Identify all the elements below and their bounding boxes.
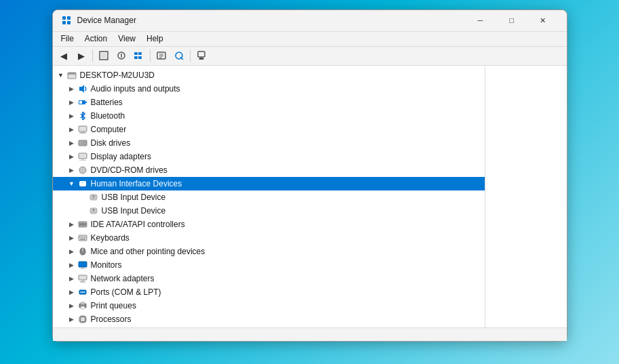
svg-rect-3 xyxy=(67,21,71,24)
computer-label: Computer xyxy=(91,125,127,134)
display-expand-icon[interactable]: ▶ xyxy=(66,151,77,162)
mice-expand-icon[interactable]: ▶ xyxy=(66,246,77,257)
tree-item-usb1[interactable]: ▶ USB Input Device xyxy=(53,190,485,204)
status-bar xyxy=(53,327,567,341)
network-expand-icon[interactable]: ▶ xyxy=(66,273,77,284)
disk-expand-icon[interactable]: ▶ xyxy=(66,138,77,148)
svg-rect-54 xyxy=(85,237,86,238)
svg-point-38 xyxy=(82,169,83,171)
toolbar-btn-4[interactable] xyxy=(153,48,169,63)
menu-view[interactable]: View xyxy=(113,33,141,45)
menu-action[interactable]: Action xyxy=(79,33,113,45)
root-label: DESKTOP-M2UU3D xyxy=(80,70,155,80)
tree-item-disk[interactable]: ▶ Disk drives xyxy=(53,136,485,150)
svg-rect-9 xyxy=(138,52,142,55)
usb2-icon xyxy=(88,205,99,216)
disk-icon xyxy=(77,138,88,148)
tree-item-print[interactable]: ▶ Print queues xyxy=(53,299,485,312)
ide-icon xyxy=(77,219,88,230)
print-expand-icon[interactable]: ▶ xyxy=(66,300,77,311)
processors-icon xyxy=(77,314,88,325)
toolbar-btn-3[interactable] xyxy=(131,48,147,63)
computer-expand-icon[interactable]: ▶ xyxy=(66,124,77,135)
tree-item-display[interactable]: ▶ Display adapters xyxy=(53,150,485,163)
ide-label: IDE ATA/ATAPI controllers xyxy=(91,220,185,229)
tree-item-audio[interactable]: ▶ Audio inputs and outputs xyxy=(53,82,485,96)
toolbar-separator-1 xyxy=(92,49,93,62)
tree-item-monitors[interactable]: ▶ Monitors xyxy=(53,258,485,272)
network-label: Network adapters xyxy=(91,274,155,283)
svg-point-46 xyxy=(92,209,94,211)
menu-help[interactable]: Help xyxy=(141,33,169,45)
svg-rect-70 xyxy=(81,306,85,309)
toolbar-separator-3 xyxy=(190,49,191,62)
svg-point-65 xyxy=(80,291,81,293)
tree-item-computer[interactable]: ▶ Computer xyxy=(53,123,485,136)
svg-point-67 xyxy=(83,291,85,293)
batteries-expand-icon[interactable]: ▶ xyxy=(66,97,77,108)
tree-item-batteries[interactable]: ▶ Batteries xyxy=(53,96,485,109)
svg-rect-52 xyxy=(81,237,83,238)
tree-item-keyboards[interactable]: ▶ Keyboards xyxy=(53,231,485,245)
usb1-expand-icon: ▶ xyxy=(77,192,88,203)
tree-item-usb2[interactable]: ▶ USB Input Device xyxy=(53,204,485,218)
svg-rect-58 xyxy=(79,262,87,267)
keyboards-expand-icon[interactable]: ▶ xyxy=(66,232,77,243)
tree-item-ports[interactable]: ▶ Ports (COM & LPT) xyxy=(53,285,485,299)
dvd-expand-icon[interactable]: ▶ xyxy=(66,165,77,176)
svg-rect-5 xyxy=(101,53,106,58)
display-label: Display adapters xyxy=(91,152,151,161)
keyboards-icon xyxy=(77,232,88,243)
tree-item-mice[interactable]: ▶ Mice and other pointing devices xyxy=(53,245,485,258)
tree-item-processors[interactable]: ▶ xyxy=(53,312,485,326)
svg-rect-49 xyxy=(79,223,86,226)
toolbar: ◀ ▶ xyxy=(53,47,567,66)
bluetooth-expand-icon[interactable]: ▶ xyxy=(66,110,77,121)
batteries-icon xyxy=(77,97,88,108)
hid-icon xyxy=(77,178,88,189)
hid-expand-icon[interactable]: ▼ xyxy=(66,178,77,189)
toolbar-btn-6[interactable] xyxy=(193,48,209,63)
close-button[interactable]: ✕ xyxy=(527,9,559,31)
svg-rect-25 xyxy=(85,102,87,103)
menu-file[interactable]: File xyxy=(56,33,79,45)
ports-expand-icon[interactable]: ▶ xyxy=(66,287,77,298)
tree-item-bluetooth[interactable]: ▶ Bluetooth xyxy=(53,109,485,123)
minimize-button[interactable]: ─ xyxy=(465,9,496,31)
svg-point-40 xyxy=(81,182,83,184)
title-bar: Device Manager ─ □ ✕ xyxy=(53,10,567,32)
monitors-expand-icon[interactable]: ▶ xyxy=(66,260,77,270)
svg-rect-18 xyxy=(198,52,205,57)
monitors-icon xyxy=(77,260,88,270)
tree-item-ide[interactable]: ▶ IDE ATA/ATAPI controllers xyxy=(53,218,485,231)
ide-expand-icon[interactable]: ▶ xyxy=(66,219,77,230)
tree-item-dvd[interactable]: ▶ DVD/CD-ROM drives xyxy=(53,163,485,177)
toolbar-separator-2 xyxy=(150,49,151,62)
toolbar-btn-2[interactable] xyxy=(113,48,129,63)
disk-label: Disk drives xyxy=(91,138,131,148)
tree-item-network[interactable]: ▶ Network adapters xyxy=(53,272,485,285)
tree-root[interactable]: ▼ DESKTOP-M2UU3D xyxy=(53,68,485,82)
svg-marker-23 xyxy=(79,85,84,93)
toolbar-btn-1[interactable] xyxy=(96,48,112,63)
svg-rect-10 xyxy=(134,56,138,59)
root-expand-icon[interactable]: ▼ xyxy=(56,70,66,81)
dvd-icon xyxy=(77,165,88,176)
audio-expand-icon[interactable]: ▶ xyxy=(66,83,77,94)
usb1-label: USB Input Device xyxy=(102,193,166,202)
svg-point-32 xyxy=(84,142,85,143)
toolbar-btn-5[interactable] xyxy=(171,48,187,63)
forward-button[interactable]: ▶ xyxy=(73,48,89,63)
svg-point-66 xyxy=(82,291,83,293)
usb1-icon xyxy=(88,192,99,203)
back-button[interactable]: ◀ xyxy=(56,48,72,63)
tree-panel[interactable]: ▼ DESKTOP-M2UU3D ▶ Aud xyxy=(53,66,485,327)
audio-label: Audio inputs and outputs xyxy=(91,84,180,94)
svg-rect-47 xyxy=(92,211,96,212)
maximize-button[interactable]: □ xyxy=(496,9,527,31)
processors-expand-icon[interactable]: ▶ xyxy=(66,314,77,325)
svg-rect-72 xyxy=(81,317,85,321)
tree-item-hid[interactable]: ▼ Human Interface Devices xyxy=(53,177,485,190)
menu-bar: File Action View Help xyxy=(53,32,567,47)
svg-rect-11 xyxy=(138,56,142,59)
